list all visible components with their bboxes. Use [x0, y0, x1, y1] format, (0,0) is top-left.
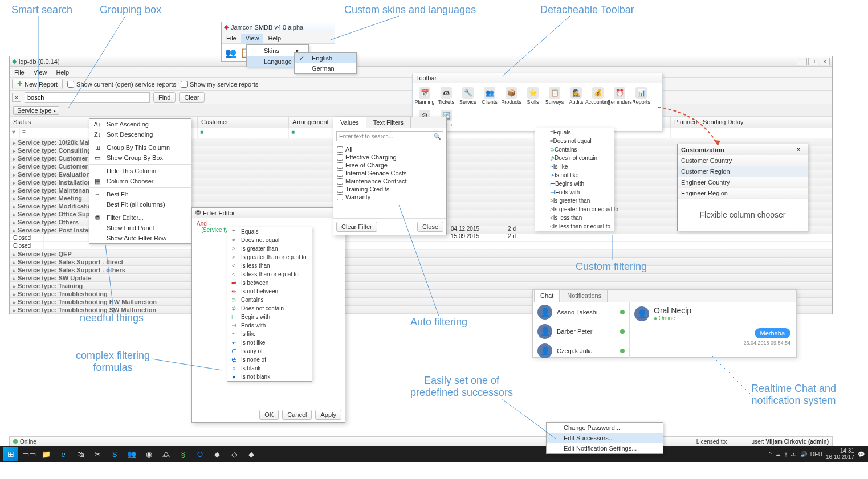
svg-line-2: [331, 16, 399, 40]
svg-line-5: [152, 359, 222, 370]
svg-line-9: [712, 356, 752, 396]
svg-line-3: [502, 16, 570, 77]
svg-marker-10: [714, 140, 720, 145]
svg-line-1: [68, 16, 125, 108]
svg-line-8: [502, 399, 556, 439]
svg-line-6: [399, 205, 439, 316]
svg-line-4: [105, 245, 114, 313]
